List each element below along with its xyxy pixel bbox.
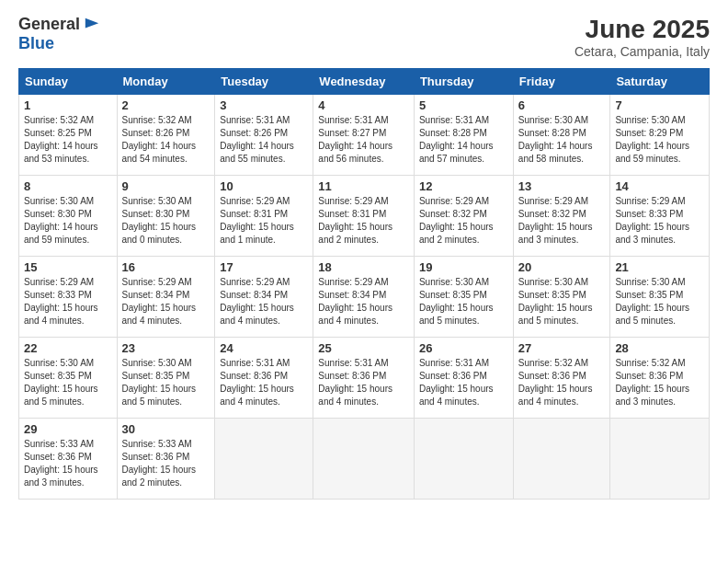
- day-info: Sunrise: 5:29 AMSunset: 8:32 PMDaylight:…: [518, 195, 606, 247]
- calendar-cell: 19Sunrise: 5:30 AMSunset: 8:35 PMDayligh…: [414, 257, 513, 338]
- day-info: Sunrise: 5:31 AMSunset: 8:28 PMDaylight:…: [419, 114, 508, 166]
- calendar-header-saturday: Saturday: [610, 69, 710, 95]
- calendar-cell: 10Sunrise: 5:29 AMSunset: 8:31 PMDayligh…: [215, 176, 313, 257]
- day-info: Sunrise: 5:30 AMSunset: 8:35 PMDaylight:…: [122, 357, 210, 408]
- calendar-cell: 27Sunrise: 5:32 AMSunset: 8:36 PMDayligh…: [513, 338, 610, 419]
- day-info: Sunrise: 5:29 AMSunset: 8:32 PMDaylight:…: [419, 195, 508, 247]
- logo: General Blue: [18, 15, 100, 53]
- day-info: Sunrise: 5:31 AMSunset: 8:26 PMDaylight:…: [220, 114, 308, 166]
- day-info: Sunrise: 5:30 AMSunset: 8:35 PMDaylight:…: [615, 276, 704, 327]
- calendar-cell: [313, 419, 415, 500]
- calendar-cell: 4Sunrise: 5:31 AMSunset: 8:27 PMDaylight…: [313, 95, 415, 176]
- day-info: Sunrise: 5:30 AMSunset: 8:35 PMDaylight:…: [24, 357, 112, 408]
- calendar-cell: 20Sunrise: 5:30 AMSunset: 8:35 PMDayligh…: [513, 257, 610, 338]
- calendar-cell: 23Sunrise: 5:30 AMSunset: 8:35 PMDayligh…: [117, 338, 215, 419]
- calendar-week-5: 29Sunrise: 5:33 AMSunset: 8:36 PMDayligh…: [19, 419, 710, 500]
- calendar-cell: 11Sunrise: 5:29 AMSunset: 8:31 PMDayligh…: [313, 176, 415, 257]
- day-info: Sunrise: 5:30 AMSunset: 8:30 PMDaylight:…: [122, 195, 210, 247]
- calendar-cell: 16Sunrise: 5:29 AMSunset: 8:34 PMDayligh…: [117, 257, 215, 338]
- day-number: 5: [419, 98, 508, 112]
- day-number: 20: [518, 260, 606, 274]
- day-info: Sunrise: 5:31 AMSunset: 8:36 PMDaylight:…: [220, 357, 308, 408]
- day-info: Sunrise: 5:32 AMSunset: 8:36 PMDaylight:…: [518, 357, 606, 408]
- calendar-cell: 15Sunrise: 5:29 AMSunset: 8:33 PMDayligh…: [19, 257, 118, 338]
- calendar-cell: 28Sunrise: 5:32 AMSunset: 8:36 PMDayligh…: [610, 338, 710, 419]
- day-info: Sunrise: 5:30 AMSunset: 8:28 PMDaylight:…: [518, 114, 606, 166]
- day-number: 19: [419, 260, 508, 274]
- day-number: 27: [518, 341, 606, 355]
- calendar-header-tuesday: Tuesday: [215, 69, 313, 95]
- month-title: June 2025: [574, 15, 710, 44]
- calendar-cell: 14Sunrise: 5:29 AMSunset: 8:33 PMDayligh…: [610, 176, 710, 257]
- calendar-week-1: 1Sunrise: 5:32 AMSunset: 8:25 PMDaylight…: [19, 95, 710, 176]
- day-info: Sunrise: 5:29 AMSunset: 8:33 PMDaylight:…: [615, 195, 704, 247]
- calendar-header-sunday: Sunday: [19, 69, 118, 95]
- day-info: Sunrise: 5:32 AMSunset: 8:25 PMDaylight:…: [24, 114, 112, 166]
- calendar-header-monday: Monday: [117, 69, 215, 95]
- title-area: June 2025 Cetara, Campania, Italy: [574, 15, 710, 59]
- day-number: 14: [615, 179, 704, 193]
- calendar-week-4: 22Sunrise: 5:30 AMSunset: 8:35 PMDayligh…: [19, 338, 710, 419]
- calendar-table: SundayMondayTuesdayWednesdayThursdayFrid…: [18, 68, 710, 500]
- calendar-week-2: 8Sunrise: 5:30 AMSunset: 8:30 PMDaylight…: [19, 176, 710, 257]
- calendar-cell: 17Sunrise: 5:29 AMSunset: 8:34 PMDayligh…: [215, 257, 313, 338]
- day-info: Sunrise: 5:31 AMSunset: 8:36 PMDaylight:…: [318, 357, 409, 408]
- page: General Blue June 2025 Cetara, Campania,…: [0, 0, 728, 563]
- day-info: Sunrise: 5:29 AMSunset: 8:34 PMDaylight:…: [122, 276, 210, 327]
- day-info: Sunrise: 5:29 AMSunset: 8:31 PMDaylight:…: [220, 195, 308, 247]
- day-number: 24: [220, 341, 308, 355]
- day-info: Sunrise: 5:32 AMSunset: 8:26 PMDaylight:…: [122, 114, 210, 166]
- day-info: Sunrise: 5:30 AMSunset: 8:30 PMDaylight:…: [24, 195, 112, 247]
- day-number: 12: [419, 179, 508, 193]
- day-number: 9: [122, 179, 210, 193]
- calendar-header-thursday: Thursday: [414, 69, 513, 95]
- day-info: Sunrise: 5:30 AMSunset: 8:35 PMDaylight:…: [518, 276, 606, 327]
- day-number: 26: [419, 341, 508, 355]
- day-number: 23: [122, 341, 210, 355]
- calendar-cell: 7Sunrise: 5:30 AMSunset: 8:29 PMDaylight…: [610, 95, 710, 176]
- day-number: 10: [220, 179, 308, 193]
- calendar-header-friday: Friday: [513, 69, 610, 95]
- day-number: 18: [318, 260, 409, 274]
- day-info: Sunrise: 5:33 AMSunset: 8:36 PMDaylight:…: [122, 438, 210, 489]
- calendar-cell: 12Sunrise: 5:29 AMSunset: 8:32 PMDayligh…: [414, 176, 513, 257]
- day-info: Sunrise: 5:30 AMSunset: 8:35 PMDaylight:…: [419, 276, 508, 327]
- day-info: Sunrise: 5:33 AMSunset: 8:36 PMDaylight:…: [24, 438, 112, 489]
- day-number: 15: [24, 260, 112, 274]
- day-number: 21: [615, 260, 704, 274]
- calendar-cell: 29Sunrise: 5:33 AMSunset: 8:36 PMDayligh…: [19, 419, 118, 500]
- day-info: Sunrise: 5:32 AMSunset: 8:36 PMDaylight:…: [615, 357, 704, 408]
- header: General Blue June 2025 Cetara, Campania,…: [18, 15, 710, 59]
- day-number: 17: [220, 260, 308, 274]
- day-number: 1: [24, 98, 112, 112]
- day-info: Sunrise: 5:29 AMSunset: 8:33 PMDaylight:…: [24, 276, 112, 327]
- calendar-cell: [414, 419, 513, 500]
- day-number: 3: [220, 98, 308, 112]
- day-number: 28: [615, 341, 704, 355]
- day-number: 29: [24, 422, 112, 436]
- calendar-cell: 8Sunrise: 5:30 AMSunset: 8:30 PMDaylight…: [19, 176, 118, 257]
- calendar-cell: 24Sunrise: 5:31 AMSunset: 8:36 PMDayligh…: [215, 338, 313, 419]
- day-info: Sunrise: 5:29 AMSunset: 8:31 PMDaylight:…: [318, 195, 409, 247]
- logo-general: General: [18, 15, 80, 34]
- day-number: 4: [318, 98, 409, 112]
- day-info: Sunrise: 5:31 AMSunset: 8:27 PMDaylight:…: [318, 114, 409, 166]
- logo-flag-icon: [84, 17, 100, 33]
- day-info: Sunrise: 5:30 AMSunset: 8:29 PMDaylight:…: [615, 114, 704, 166]
- day-number: 6: [518, 98, 606, 112]
- day-info: Sunrise: 5:31 AMSunset: 8:36 PMDaylight:…: [419, 357, 508, 408]
- calendar-cell: 5Sunrise: 5:31 AMSunset: 8:28 PMDaylight…: [414, 95, 513, 176]
- calendar-cell: 1Sunrise: 5:32 AMSunset: 8:25 PMDaylight…: [19, 95, 118, 176]
- subtitle: Cetara, Campania, Italy: [574, 44, 710, 59]
- calendar-cell: [610, 419, 710, 500]
- calendar-cell: 9Sunrise: 5:30 AMSunset: 8:30 PMDaylight…: [117, 176, 215, 257]
- day-number: 8: [24, 179, 112, 193]
- calendar-cell: 18Sunrise: 5:29 AMSunset: 8:34 PMDayligh…: [313, 257, 415, 338]
- day-info: Sunrise: 5:29 AMSunset: 8:34 PMDaylight:…: [318, 276, 409, 327]
- calendar-cell: 21Sunrise: 5:30 AMSunset: 8:35 PMDayligh…: [610, 257, 710, 338]
- day-number: 2: [122, 98, 210, 112]
- calendar-cell: 26Sunrise: 5:31 AMSunset: 8:36 PMDayligh…: [414, 338, 513, 419]
- calendar-header-wednesday: Wednesday: [313, 69, 415, 95]
- calendar-cell: 2Sunrise: 5:32 AMSunset: 8:26 PMDaylight…: [117, 95, 215, 176]
- day-number: 25: [318, 341, 409, 355]
